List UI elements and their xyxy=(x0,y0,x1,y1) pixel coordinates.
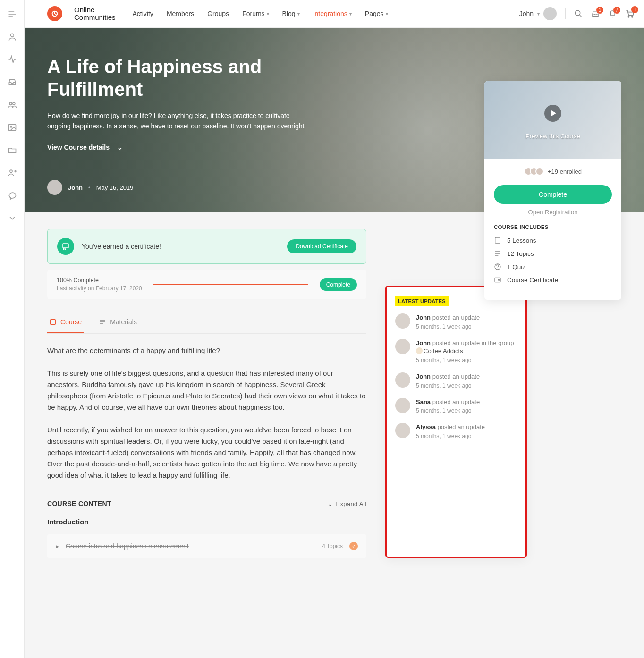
certificate-banner: You've earned a certificate! Download Ce… xyxy=(47,229,366,264)
nav-pages[interactable]: Pages▾ xyxy=(365,10,388,17)
include-topics: 12 Topics xyxy=(494,250,612,257)
progress-bar xyxy=(153,284,308,285)
divider xyxy=(565,8,566,19)
body-p3: Until recently, if you wished for an ans… xyxy=(47,424,366,481)
update-item[interactable]: Sana posted an update5 months, 1 week ag… xyxy=(395,398,517,415)
folder-icon[interactable] xyxy=(8,145,17,155)
include-cert: Course Certificate xyxy=(494,276,612,284)
progress-label: 100% Complete xyxy=(57,277,142,284)
update-item[interactable]: John posted an update in the group Coffe… xyxy=(395,339,517,364)
view-details-label: View Course details xyxy=(47,143,110,151)
nav-members[interactable]: Members xyxy=(167,10,194,17)
mail-icon[interactable]: 1 xyxy=(591,9,600,18)
nav-forums[interactable]: Forums▾ xyxy=(242,10,269,17)
svg-point-5 xyxy=(10,170,12,172)
lesson-row[interactable]: ▸ Course intro and happiness measurement… xyxy=(47,534,366,558)
brand-name: Online Communities xyxy=(68,6,116,21)
svg-point-9 xyxy=(632,16,633,17)
includes-title: COURSE INCLUDES xyxy=(494,224,612,230)
group-icon xyxy=(416,347,423,354)
lesson-title: Course intro and happiness measurement xyxy=(66,542,315,550)
progress-sub: Last activity on February 17, 2020 xyxy=(57,285,142,292)
avatar xyxy=(395,423,410,438)
chevron-down-icon: ⌄ xyxy=(328,500,333,507)
update-item[interactable]: Alyssa posted an update5 months, 1 week … xyxy=(395,423,517,440)
include-lessons: 5 Lessons xyxy=(494,236,612,244)
enrolled-row: +19 enrolled xyxy=(484,159,621,179)
chevron-down-icon: ▾ xyxy=(537,11,540,17)
expand-all[interactable]: ⌄Expand All xyxy=(328,500,366,507)
course-includes: COURSE INCLUDES 5 Lessons 12 Topics 1 Qu… xyxy=(484,224,621,300)
body-p2: This is surely one of life's biggest que… xyxy=(47,368,366,413)
profile-icon[interactable] xyxy=(8,32,17,42)
nav-links: ActivityMembersGroupsForums▾Blog▾Integra… xyxy=(133,10,388,17)
bell-icon[interactable]: 7 xyxy=(608,9,617,18)
course-content-heading: COURSE CONTENT ⌄Expand All xyxy=(47,500,366,507)
course-title: A Life of Happiness and Fulfillment xyxy=(47,55,312,101)
menu-icon[interactable] xyxy=(8,9,17,19)
chevron-down-icon: ▾ xyxy=(267,11,269,17)
brand-logo[interactable]: Online Communities xyxy=(47,6,116,21)
course-date: May 16, 2019 xyxy=(96,184,134,191)
course-subtitle: How do we find more joy in our life? Lik… xyxy=(47,111,312,131)
updates-title: LATEST UPDATES xyxy=(395,296,449,306)
svg-point-8 xyxy=(628,16,629,17)
cart-badge: 1 xyxy=(631,6,638,13)
nav-integrations[interactable]: Integrations▾ xyxy=(313,10,352,17)
play-icon xyxy=(544,105,561,122)
svg-point-1 xyxy=(9,102,12,105)
cart-icon[interactable]: 1 xyxy=(625,9,635,18)
latest-updates-widget: LATEST UPDATES John posted an update5 mo… xyxy=(385,286,527,558)
certificate-icon xyxy=(57,238,74,255)
search-icon[interactable] xyxy=(574,9,583,18)
caret-right-icon: ▸ xyxy=(56,542,59,550)
author-name[interactable]: John xyxy=(68,184,83,191)
svg-point-2 xyxy=(12,102,15,105)
nav-activity[interactable]: Activity xyxy=(133,10,153,17)
body-p1: What are the determinants of a happy and… xyxy=(47,345,366,356)
tab-materials[interactable]: Materials xyxy=(97,312,139,333)
chevron-down-icon: ⌄ xyxy=(117,143,123,151)
more-icon[interactable] xyxy=(8,213,17,223)
user-name: John xyxy=(519,10,534,17)
inbox-icon[interactable] xyxy=(8,77,17,87)
activity-icon[interactable] xyxy=(8,55,17,64)
svg-rect-14 xyxy=(63,244,68,248)
avatar xyxy=(395,372,410,388)
update-time: 5 months, 1 week ago xyxy=(416,356,517,364)
tab-course[interactable]: Course xyxy=(47,312,84,333)
check-icon: ✓ xyxy=(349,542,358,550)
author-row: John • May 16, 2019 xyxy=(47,180,133,195)
view-details-toggle[interactable]: View Course details ⌄ xyxy=(47,143,483,151)
update-item[interactable]: John posted an update5 months, 1 week ag… xyxy=(395,313,517,330)
complete-button[interactable]: Complete xyxy=(494,185,612,204)
content-tabs: Course Materials xyxy=(47,312,366,334)
update-time: 5 months, 1 week ago xyxy=(416,382,480,389)
course-card: Preview this Course +19 enrolled Complet… xyxy=(484,81,621,300)
chat-icon[interactable] xyxy=(8,191,17,200)
download-certificate-button[interactable]: Download Certificate xyxy=(287,239,356,253)
user-menu[interactable]: John ▾ xyxy=(519,7,557,20)
avatar xyxy=(395,398,410,413)
friends-icon[interactable] xyxy=(8,168,17,177)
logo-mark xyxy=(47,6,62,21)
update-time: 5 months, 1 week ago xyxy=(416,323,480,330)
update-time: 5 months, 1 week ago xyxy=(416,432,485,440)
top-nav: Online Communities ActivityMembersGroups… xyxy=(25,0,644,28)
svg-point-0 xyxy=(10,34,14,37)
section-introduction: Introduction xyxy=(47,518,366,526)
progress-complete-button[interactable]: Complete xyxy=(320,278,357,291)
nav-groups[interactable]: Groups xyxy=(207,10,229,17)
avatar xyxy=(543,7,557,20)
enrolled-count: +19 enrolled xyxy=(548,168,582,175)
nav-blog[interactable]: Blog▾ xyxy=(282,10,300,17)
author-avatar[interactable] xyxy=(47,180,62,195)
groups-icon[interactable] xyxy=(8,100,17,110)
image-icon[interactable] xyxy=(8,123,17,132)
side-rail xyxy=(0,0,25,577)
preview-video[interactable]: Preview this Course xyxy=(484,81,621,159)
lesson-topic-count: 4 Topics xyxy=(322,543,343,549)
svg-point-4 xyxy=(10,126,11,127)
update-item[interactable]: John posted an update5 months, 1 week ag… xyxy=(395,372,517,389)
course-body: What are the determinants of a happy and… xyxy=(47,345,366,481)
